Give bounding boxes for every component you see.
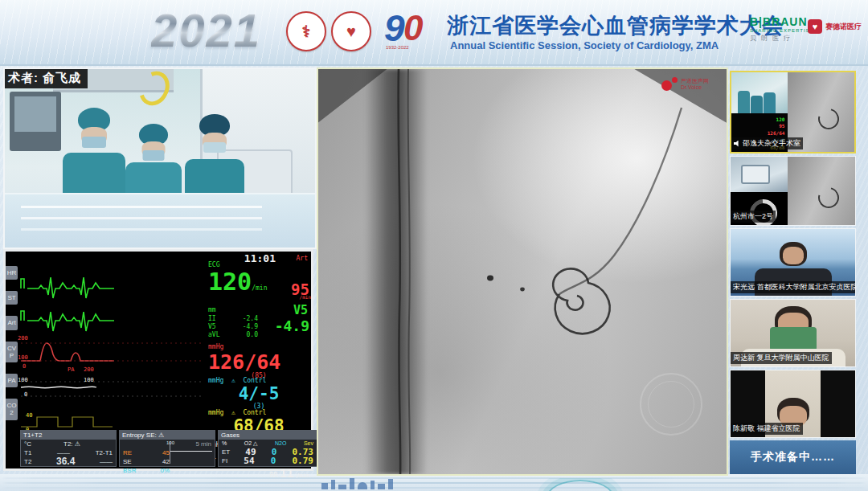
tab-pa: PA bbox=[6, 374, 18, 387]
tab-art: Art bbox=[6, 316, 18, 329]
mini-or-view bbox=[731, 72, 788, 113]
alarm-off-icon: ⚠ bbox=[231, 409, 235, 416]
t2-value: 36.4 bbox=[56, 457, 75, 466]
mini-equipment-view bbox=[731, 157, 788, 192]
stream-label: 邵逸夫杂交手术室 bbox=[743, 138, 800, 149]
temperature-panel: T1+T2 °CT2: ⚠ T1——T2-T1 T236.4—— bbox=[20, 430, 117, 467]
art-label: Art bbox=[297, 255, 308, 262]
st-unit: mm bbox=[208, 306, 216, 313]
tab-hr: HR bbox=[6, 266, 18, 280]
hospital-seal-watermark bbox=[640, 373, 702, 436]
co2-scale-hi: 40 bbox=[26, 412, 32, 419]
tab-st: ST bbox=[6, 291, 18, 305]
heart-emblem-icon: ♥ bbox=[331, 11, 371, 51]
alarm-off-icon: ⚠ bbox=[231, 377, 235, 384]
ripple-decoration bbox=[530, 478, 627, 491]
surgery-status-banner: 手术准备中…… bbox=[730, 440, 856, 474]
art-scale-hi: 200 bbox=[18, 335, 28, 342]
operator-name-tag: 术者: 俞飞成 bbox=[5, 69, 88, 88]
tab-co2: CO2 bbox=[6, 399, 18, 419]
stream-thumbnail-expert-chen[interactable]: 陈新敬 福建省立医院 bbox=[730, 370, 856, 438]
partner-heart-icon bbox=[808, 19, 822, 34]
watermark-heart-icon bbox=[661, 77, 678, 92]
patient-monitor-video[interactable]: 11:01 HR ST Art CVP PA CO2 bbox=[3, 249, 313, 471]
waveform-svg bbox=[18, 261, 207, 435]
monitor-waveforms: 200 100 0 PA 200 100 100 0 40 0 bbox=[18, 261, 207, 435]
stream-thumbnail-hangzhou[interactable]: 杭州市一2号 bbox=[730, 156, 856, 226]
fi-n2o: 0 bbox=[271, 456, 276, 465]
monitor-side-tabs: HR ST Art CVP PA CO2 bbox=[6, 266, 18, 432]
pa-scale-hi: 200 bbox=[84, 366, 94, 373]
muted-mic-icon bbox=[734, 141, 740, 147]
se-value: 42 bbox=[162, 457, 170, 466]
gases-panel: Gases %O2 △N2OSev ET4900.73 FI5400.79 bbox=[218, 430, 317, 467]
participant-face bbox=[783, 247, 804, 264]
cvp-value: 4/-5 bbox=[208, 386, 309, 403]
conference-header-banner: 2021 ⚕ ♥ 9 0 1932-2022 浙江省医学会心血管病学学术大会 A… bbox=[0, 0, 868, 66]
bottom-decorative-strip bbox=[0, 474, 868, 491]
stream-label: 杭州市一2号 bbox=[733, 211, 773, 222]
heart-rate-value: 120 bbox=[208, 268, 252, 296]
stream-watermark: 严道医声网Dr.Voice bbox=[661, 77, 709, 92]
cvp-scale-hi: 100 bbox=[18, 377, 28, 383]
resp-rate-value: 11 bbox=[280, 467, 293, 480]
monitor-numerics: ECG Art 120/min 95/min mm II-2.4 V5-4.9 … bbox=[208, 255, 309, 435]
sterile-drape bbox=[5, 193, 315, 248]
stream-thumbnail-expert-zhou[interactable]: 周达新 复旦大学附属中山医院 bbox=[730, 299, 856, 367]
stream-thumbnail-hybrid-or[interactable]: 120 95 126/64 4/-5 68/68 邵逸夫杂交手术室 bbox=[730, 71, 856, 153]
bsr-value: 0% bbox=[160, 466, 170, 475]
conference-year: 2021 bbox=[151, 3, 261, 57]
art-scale-lo: 0 bbox=[23, 363, 26, 370]
st-big-value: -4.9 bbox=[275, 319, 309, 334]
art-scale-mid: 100 bbox=[18, 354, 28, 361]
monitor-bottom-panels: T1+T2 °CT2: ⚠ T1——T2-T1 T236.4—— Entropy… bbox=[20, 430, 317, 467]
main-fluoroscopy-video[interactable]: 严道医声网Dr.Voice bbox=[317, 68, 728, 476]
anniversary-90-logo: 9 0 1932-2022 bbox=[384, 6, 436, 53]
tab-cvp: CVP bbox=[6, 342, 18, 362]
bbraun-logo: B|BRAUN SHARING EXPERTISE 贝朗医疗 bbox=[750, 16, 814, 43]
stream-label: 宋光远 首都医科大学附属北京安贞医院 bbox=[733, 282, 856, 293]
stream-label: 陈新敬 福建省立医院 bbox=[733, 423, 800, 434]
stream-label: 周达新 复旦大学附属中山医院 bbox=[733, 353, 829, 363]
art-bp-value: 126/64 bbox=[208, 352, 309, 372]
cvp-scale-lo: 0 bbox=[24, 391, 27, 398]
society-emblem-icon: ⚕ bbox=[286, 11, 326, 51]
mini-fluoro-view bbox=[788, 157, 855, 225]
fi-o2: 54 bbox=[244, 456, 254, 465]
conference-live-stage: 2021 ⚕ ♥ 9 0 1932-2022 浙江省医学会心血管病学学术大会 A… bbox=[0, 0, 868, 491]
cvp-scale-hi2: 100 bbox=[84, 377, 94, 383]
partner-logo: 赛德诺医疗 bbox=[808, 19, 862, 34]
st-big-lead: V5 bbox=[293, 305, 308, 317]
or-monitor-screen bbox=[10, 92, 61, 151]
fi-sev: 0.79 bbox=[293, 456, 314, 465]
pa-scale-label: PA bbox=[68, 366, 74, 373]
stream-thumbnail-expert-song[interactable]: 宋光远 首都医科大学附属北京安贞医院 bbox=[730, 228, 856, 297]
entropy-trend-graph bbox=[170, 441, 212, 464]
conference-title-en: Annual Scientific Session, Society of Ca… bbox=[450, 39, 719, 51]
green-mask bbox=[770, 327, 817, 351]
operating-room-video[interactable]: 术者: 俞飞成 bbox=[3, 68, 317, 249]
entropy-panel: Entropy SE: ⚠ 5 min RE45 SE42 BSR0% 100 bbox=[119, 430, 215, 467]
re-value: 45 bbox=[162, 448, 170, 457]
conference-title-cn: 浙江省医学会心血管病学学术大会 bbox=[447, 11, 784, 40]
artbp-unit: mmHg bbox=[208, 343, 223, 350]
city-skyline-decoration bbox=[321, 478, 393, 489]
